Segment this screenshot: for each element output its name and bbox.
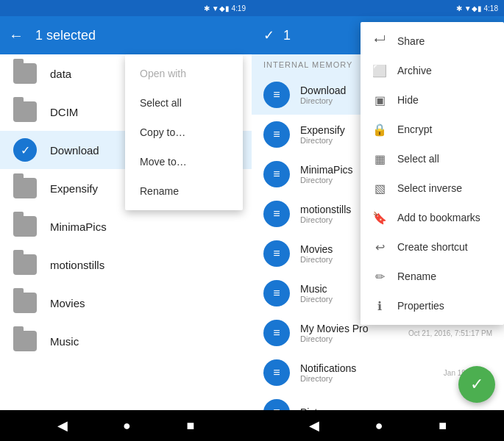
right-status-icons: ✱ ▼◆▮ 4:18 [456,4,498,12]
right-panel: ✱ ▼◆▮ 4:18 ✓ 1 INTERNAL MEMORY ≡ Downloa… [252,0,504,441]
ctx-archive-label: Archive [397,65,432,76]
left-nav-bar: ◀ ● ■ [0,410,252,441]
right-time: 4:18 [484,4,498,12]
folder-icon-music [12,328,38,354]
left-time: 4:19 [232,4,246,12]
right-filesub-notifications: Directory [300,374,444,383]
right-filesub-mymoviespro: Directory [300,334,408,343]
right-file-icon-expensify: ≡ [263,121,290,148]
ctx-add-bookmarks[interactable]: 🔖 Add to bookmarks [361,203,504,232]
ctx-create-shortcut-label: Create shortcut [397,241,468,253]
left-home-nav[interactable]: ● [123,418,131,434]
right-file-icon-pictures: ≡ [263,399,290,410]
right-filename-notifications: Notifications [300,362,444,374]
shortcut-icon: ↩ [372,240,387,254]
folder-icon-minimapics [12,213,38,240]
left-context-menu: Open with Select all Copy to… Move to… R… [125,54,243,210]
select-inverse-icon: ▧ [372,181,387,196]
right-file-icon-notifications: ≡ [263,359,290,386]
signal-icons: ▼◆▮ [212,4,230,12]
file-name-minimapics: MinimaPics [50,220,107,233]
ctx-archive[interactable]: ⬜ Archive [361,56,504,85]
right-nav-bar: ◀ ● ■ [252,410,504,441]
ctx-hide[interactable]: ▣ Hide [361,85,504,115]
ctx-add-bookmarks-label: Add to bookmarks [397,212,480,223]
file-name-dcim: DCIM [50,106,78,118]
folder-icon-expensify [12,175,38,201]
ctx-select-all-label: Select all [397,153,439,165]
fab-check-button[interactable]: ✓ [458,366,495,403]
ctx-hide-label: Hide [397,94,419,106]
right-file-icon-minimapics: ≡ [263,161,290,187]
file-name-movies: Movies [50,297,85,309]
ctx-select-inverse-label: Select inverse [397,182,462,194]
left-toolbar: ← 1 selected [0,16,252,54]
right-check-mark: ✓ [263,27,274,43]
right-file-icon-motionstills: ≡ [263,201,290,227]
encrypt-icon: 🔒 [372,122,387,137]
right-bluetooth-icon: ✱ [456,4,462,12]
ctx-properties-label: Properties [397,300,444,312]
right-signal-icons: ▼◆▮ [464,4,482,12]
archive-icon: ⬜ [372,63,387,78]
back-button[interactable]: ← [9,27,24,44]
right-home-nav[interactable]: ● [375,418,383,434]
ctx-rename-label: Rename [397,270,436,282]
file-name-expensify: Expensify [50,182,98,195]
left-file-item-movies[interactable]: Movies [0,284,252,322]
left-recents-nav[interactable]: ■ [186,418,194,434]
ctx-encrypt-label: Encrypt [397,123,432,135]
right-back-nav[interactable]: ◀ [309,417,319,434]
left-back-nav[interactable]: ◀ [57,417,68,434]
left-file-item-motionstills[interactable]: motionstills [0,245,252,284]
folder-icon-movies [12,290,38,316]
left-file-item-music[interactable]: Music [0,322,252,360]
ctx-share[interactable]: ⮠ Share [361,26,504,56]
ctx-right-select-all[interactable]: ▦ Select all [361,144,504,173]
right-file-icon-movies: ≡ [263,240,290,267]
folder-icon-motionstills [12,251,38,278]
ctx-encrypt[interactable]: 🔒 Encrypt [361,115,504,144]
hide-icon: ▣ [372,93,387,107]
file-name-data: data [50,68,71,80]
ctx-create-shortcut[interactable]: ↩ Create shortcut [361,232,504,262]
left-file-item-minimapics[interactable]: MinimaPics [0,207,252,245]
ctx-share-label: Share [397,35,425,47]
right-recents-nav[interactable]: ■ [439,418,447,434]
left-toolbar-title: 1 selected [35,28,243,43]
left-status-icons: ✱ ▼◆▮ 4:19 [204,4,246,12]
left-status-bar: ✱ ▼◆▮ 4:19 [0,0,252,16]
ctx-select-all[interactable]: Select all [125,88,243,118]
ctx-copy-to[interactable]: Copy to… [125,118,243,147]
right-file-info-mymoviespro: My Movies Pro Directory [300,323,408,343]
select-all-icon: ▦ [372,151,387,166]
ctx-right-rename[interactable]: ✏ Rename [361,262,504,291]
right-file-info-notifications: Notifications Directory [300,362,444,383]
right-file-icon-music: ≡ [263,280,290,306]
right-filedate-mymoviespro: Oct 21, 2016, 7:51:17 PM [408,329,492,337]
right-count-badge: 1 [283,28,291,43]
ctx-rename[interactable]: Rename [125,176,243,206]
right-file-icon-download: ≡ [263,82,290,108]
info-icon: ℹ [372,298,387,313]
ctx-select-inverse[interactable]: ▧ Select inverse [361,173,504,203]
file-name-music: Music [50,335,79,348]
rename-icon: ✏ [372,269,387,284]
check-icon-download: ✓ [12,137,38,163]
ctx-properties[interactable]: ℹ Properties [361,291,504,320]
share-icon: ⮠ [372,34,387,49]
left-panel: ✱ ▼◆▮ 4:19 ← 1 selected data DCIM ✓ Down… [0,0,252,441]
bluetooth-icon: ✱ [204,4,210,12]
right-file-icon-mymoviespro: ≡ [263,320,290,346]
file-name-motionstills: motionstills [50,259,104,271]
ctx-open-with[interactable]: Open with [125,59,243,88]
bookmark-icon: 🔖 [372,210,387,225]
folder-icon-data [12,60,38,87]
folder-icon-dcim [12,98,38,125]
file-name-download: Download [50,144,99,157]
right-status-bar: ✱ ▼◆▮ 4:18 [252,0,504,16]
ctx-move-to[interactable]: Move to… [125,147,243,176]
right-context-menu: ⮠ Share ⬜ Archive ▣ Hide 🔒 Encrypt ▦ Sel… [361,22,504,325]
